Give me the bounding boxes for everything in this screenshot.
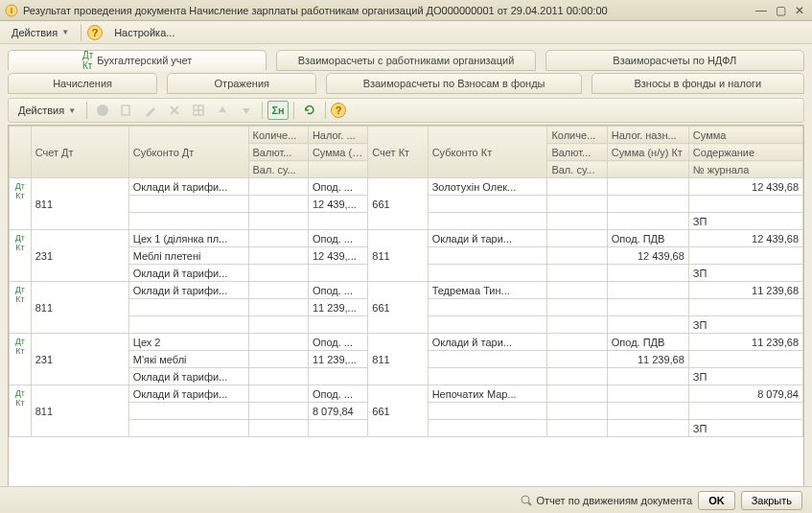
table-row[interactable]: ДтКт231Цех 2Опод. ...811Оклади й тари...…	[10, 334, 803, 351]
cell	[308, 420, 367, 437]
report-link[interactable]: Отчет по движениям документа	[520, 494, 693, 507]
cell	[547, 178, 607, 196]
magnifier-icon	[520, 494, 533, 507]
separator	[325, 102, 326, 119]
separator	[86, 102, 87, 119]
cell	[248, 420, 308, 437]
table-row[interactable]: ДтКт811Оклади й тарифи...Опод. ...661Тед…	[10, 282, 803, 299]
add-icon[interactable]	[92, 101, 113, 120]
header-mark[interactable]	[10, 127, 32, 178]
table-row[interactable]: ДтКт231Цех 1 (ділянка пл...Опод. ...811О…	[10, 230, 803, 247]
cell-acct-dt: 811	[31, 178, 128, 230]
tab-settlements-funds[interactable]: Взаиморасчеты по Взносам в фонды	[326, 73, 581, 94]
cell	[248, 213, 308, 230]
header-tax-kt[interactable]: Налог. назн...	[607, 127, 688, 144]
cell	[428, 420, 547, 437]
grid-toolbar: Действия ▼ Σн ?	[8, 98, 804, 123]
table-row[interactable]: ДтКт811Оклади й тарифи...Опод. ...661Неп…	[10, 385, 803, 403]
cell	[547, 247, 607, 265]
refresh-icon[interactable]	[299, 101, 320, 120]
cell-sub-dt3: Оклади й тарифи...	[128, 265, 248, 282]
header-tax-dt[interactable]: Налог. ...	[308, 127, 367, 144]
tab-settlements-workers[interactable]: Взаиморасчеты с работниками организаций	[276, 50, 535, 71]
header-qty-dt[interactable]: Количе...	[248, 127, 308, 144]
grid-icon[interactable]	[188, 101, 209, 120]
cell-desc: ЗП	[688, 368, 802, 385]
cell-sum-dt: 11 239,...	[308, 299, 367, 316]
cell-tax-dt: Опод. ...	[308, 230, 367, 247]
cell	[547, 265, 607, 282]
cell-sub-dt: Оклади й тарифи...	[128, 385, 248, 403]
cell	[428, 196, 547, 213]
header-cur-kt[interactable]: Валют...	[547, 144, 607, 161]
header-sub-dt[interactable]: Субконто Дт	[128, 127, 248, 178]
header-cur-dt[interactable]: Валют...	[248, 144, 308, 161]
cell-tax-dt: Опод. ...	[308, 282, 367, 299]
cell-acct-kt: 661	[368, 282, 428, 334]
header-sumnu-kt[interactable]: Сумма (н/у) Кт	[607, 144, 688, 161]
down-icon[interactable]	[236, 101, 257, 120]
close-button[interactable]: ✕	[791, 3, 808, 18]
table-row[interactable]: ДтКт811Оклади й тарифи...Опод. ...661Зол…	[10, 178, 803, 196]
tab-accruals[interactable]: Начисления	[8, 73, 157, 94]
app-icon	[4, 3, 19, 18]
toolbar-actions[interactable]: Действия ▼	[12, 103, 81, 118]
header-acct-kt[interactable]: Счет Кт	[368, 127, 428, 178]
cell-desc: ЗП	[688, 213, 802, 230]
header-journal[interactable]: № журнала	[688, 161, 802, 178]
copy-icon[interactable]	[116, 101, 137, 120]
cell-tax-dt: Опод. ...	[308, 178, 367, 196]
separator	[262, 102, 263, 119]
cell-sum: 12 439,68	[688, 230, 802, 247]
cell	[308, 368, 367, 385]
grid-table: Счет Дт Субконто Дт Количе... Налог. ...…	[9, 126, 803, 437]
header-valsum-dt[interactable]: Вал. су...	[248, 161, 308, 178]
ok-button[interactable]: OK	[698, 491, 735, 510]
help-icon[interactable]: ?	[331, 103, 346, 118]
header-sub-kt[interactable]: Субконто Кт	[428, 127, 547, 178]
cell-sub-dt3: Оклади й тарифи...	[128, 368, 248, 385]
cell-desc: ЗП	[688, 265, 802, 282]
menu-actions[interactable]: Действия ▼	[6, 25, 75, 40]
tab-accounting[interactable]: ДтКт Бухгалтерский учет	[8, 50, 267, 71]
minimize-button[interactable]: —	[753, 3, 770, 18]
cell-tax-kt: Опод. ПДВ	[607, 334, 688, 351]
header-sumnu-dt[interactable]: Сумма (н/у) Дт	[308, 144, 367, 161]
tab-label: Взаиморасчеты по Взносам в фонды	[363, 78, 545, 89]
tab-reflections[interactable]: Отражения	[167, 73, 316, 94]
maximize-button[interactable]: ▢	[772, 3, 789, 18]
cell	[547, 299, 607, 316]
header-desc[interactable]: Содержание	[688, 144, 802, 161]
header-empty[interactable]	[607, 161, 688, 178]
header-acct-dt[interactable]: Счет Дт	[31, 127, 128, 178]
dtkt-icon: ДтКт	[82, 50, 93, 71]
cell	[248, 368, 308, 385]
cell	[428, 403, 547, 420]
separator	[293, 102, 294, 119]
header-qty-kt[interactable]: Количе...	[547, 127, 607, 144]
cell-sub-dt: Цех 1 (ділянка пл...	[128, 230, 248, 247]
tab-settlements-ndfl[interactable]: Взаиморасчеты по НДФЛ	[545, 50, 804, 71]
up-icon[interactable]	[212, 101, 233, 120]
help-icon[interactable]: ?	[87, 25, 103, 40]
cell-acct-dt: 811	[31, 385, 128, 437]
cell-tax-kt	[607, 178, 688, 196]
menu-settings[interactable]: Настройка...	[108, 25, 180, 40]
delete-icon[interactable]	[164, 101, 185, 120]
close-footer-button[interactable]: Закрыть	[741, 491, 802, 510]
svg-point-7	[522, 496, 529, 503]
tab-label: Начисления	[53, 78, 112, 89]
data-grid[interactable]: Счет Дт Субконто Дт Количе... Налог. ...…	[8, 125, 804, 506]
edit-icon[interactable]	[140, 101, 161, 120]
sigma-icon[interactable]: Σн	[267, 101, 289, 120]
cell	[308, 265, 367, 282]
cell-sub-kt: Оклади й тари...	[428, 230, 547, 247]
tab-contributions[interactable]: Взносы в фонды и налоги	[592, 73, 804, 94]
header-valsum-kt[interactable]: Вал. су...	[547, 161, 607, 178]
header-empty[interactable]	[308, 161, 367, 178]
cell	[248, 247, 308, 265]
header-sum[interactable]: Сумма	[688, 127, 802, 144]
cell	[688, 299, 802, 316]
cell-sum: 12 439,68	[688, 178, 802, 196]
cell-acct-dt: 231	[31, 230, 128, 282]
